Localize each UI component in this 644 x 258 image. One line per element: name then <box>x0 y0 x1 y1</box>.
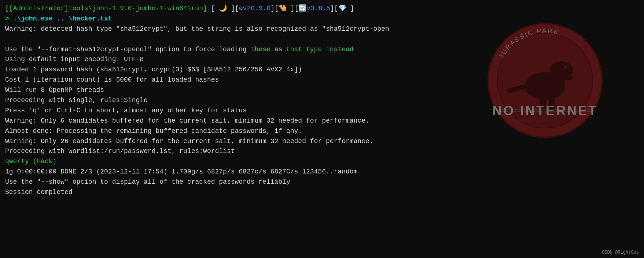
show-option-line: Use the "--show" option to display all o… <box>5 177 639 187</box>
blank-line-1 <box>5 34 639 45</box>
type-label: type <box>306 46 322 53</box>
warning-text-1: Warning: detected hash type "sha512crypt… <box>5 25 389 33</box>
session-completed-text: Session completed <box>5 188 73 196</box>
warning-6-text: Warning: Only 6 candidates buffered for … <box>5 117 369 124</box>
instead-label: instead <box>326 46 354 53</box>
cost-line: Cost 1 (iteration count) is 5000 for all… <box>5 75 639 85</box>
show-option-text: Use the "--show" option to display all o… <box>5 178 290 186</box>
header-line: [[Administrator]tools\john-1.9.0-jumbo-1… <box>5 4 639 14</box>
diamond-close: ] <box>346 5 354 12</box>
loaded-hash-line: Loaded 1 password hash (sha512crypt, cry… <box>5 65 639 75</box>
administrator-label: [Administrator]tools\john-1.9.0-jumbo-1-… <box>9 5 203 12</box>
session-completed-line: Session completed <box>5 187 639 198</box>
almost-done-text: Almost done: Processing the remaining bu… <box>5 127 302 135</box>
csdn-watermark: CSDN @R1ght0us <box>602 250 639 255</box>
as-word: as <box>271 46 286 53</box>
sq-bracket-open: [ <box>211 5 215 12</box>
threads-line: Will run 8 OpenMP threads <box>5 85 639 96</box>
ver1-close: ][ <box>271 5 279 12</box>
option-text: Use the "--format=sha512crypt-opencl" op… <box>5 46 251 53</box>
prompt-symbol: > <box>5 15 9 22</box>
gear-icon: ⚙ <box>239 5 243 12</box>
type-word <box>302 46 306 53</box>
that-word: that <box>286 46 302 53</box>
warning-6-line: Warning: Only 6 candidates buffered for … <box>5 116 639 126</box>
bracket-open: [ <box>5 5 9 12</box>
warning-line-1: Warning: detected hash type "sha512crypt… <box>5 24 639 34</box>
moon-icon: 🌙 <box>215 5 231 12</box>
threads-text: Will run 8 OpenMP threads <box>5 86 104 94</box>
stats-text: 1g 0:00:00:00 DONE 2/3 (2023-12-11 17:54… <box>5 168 357 175</box>
version2-label: v3.8.5 <box>306 5 330 12</box>
press-q-text: Press 'q' or Ctrl-C to abort, almost any… <box>5 107 247 114</box>
qwerty-text: qwerty (hack) <box>5 158 56 165</box>
refresh-icon: 🔄 <box>298 5 306 12</box>
terminal-output: [[Administrator]tools\john-1.9.0-jumbo-1… <box>0 0 644 201</box>
camel-icon: 🐪 <box>279 5 287 12</box>
ver2-close: ][ <box>330 5 338 12</box>
cost-text: Cost 1 (iteration count) is 5000 for all… <box>5 76 219 83</box>
version1-label: v20.9.0 <box>243 5 271 12</box>
proceeding-single-line: Proceeding with single, rules:Single <box>5 96 639 106</box>
loaded-text: Loaded 1 password hash (sha512crypt, cry… <box>5 66 302 73</box>
qwerty-line: qwerty (hack) <box>5 157 639 167</box>
instead-word <box>322 46 326 53</box>
stats-line: 1g 0:00:00:00 DONE 2/3 (2023-12-11 17:54… <box>5 167 639 177</box>
sq-bracket-close: ][ <box>231 5 239 12</box>
proceeding-single-text: Proceeding with single, rules:Single <box>5 97 148 104</box>
csdn-text: CSDN @R1ght0us <box>602 250 639 255</box>
press-q-line: Press 'q' or Ctrl-C to abort, almost any… <box>5 106 639 116</box>
command-text: .\john.exe .. \hacker.txt <box>13 15 112 22</box>
option-line: Use the "--format=sha512crypt-opencl" op… <box>5 45 639 55</box>
almost-done-line: Almost done: Processing the remaining bu… <box>5 126 639 137</box>
warning-26-line: Warning: Only 26 candidates buffered for… <box>5 137 639 147</box>
warning-26-text: Warning: Only 26 candidates buffered for… <box>5 138 373 145</box>
ver2-open: ][ <box>287 5 298 12</box>
diamond-icon: 💎 <box>338 5 346 12</box>
bracket-close: ] <box>203 5 207 12</box>
encoding-text: Using default input encoding: UTF-8 <box>5 56 144 63</box>
proceeding-wordlist-line: Proceeding with wordlist:/run/password.l… <box>5 146 639 157</box>
proceeding-wordlist-text: Proceeding with wordlist:/run/password.l… <box>5 147 235 155</box>
encoding-line: Using default input encoding: UTF-8 <box>5 55 639 65</box>
these-word: these <box>251 46 271 53</box>
command-line: > .\john.exe .. \hacker.txt <box>5 14 639 24</box>
